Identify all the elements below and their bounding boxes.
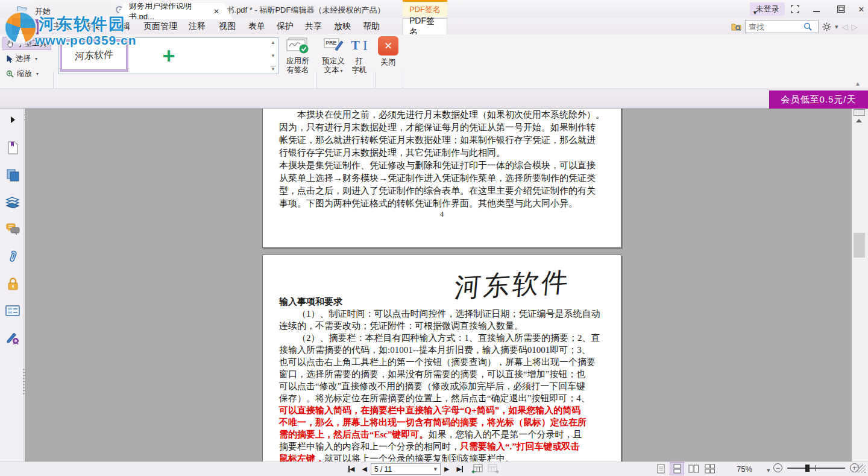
resize-grip[interactable] (857, 465, 866, 473)
tab-form[interactable]: 表单 (242, 18, 271, 34)
scroll-down-icon[interactable]: ▼ (271, 53, 275, 59)
foxit-pdf-editor-window: * ▾ ⹀▾ 财务用户操作说明书.pdf * - 福昕PDF编辑器（未经授权的产… (0, 0, 868, 476)
zoom-slider-thumb[interactable] (805, 465, 810, 472)
restore-window-icon[interactable] (831, 1, 851, 17)
previous-view-icon[interactable] (471, 464, 483, 474)
svg-text:PRE: PRE (326, 40, 337, 46)
tab-start-page[interactable]: 开始 (22, 3, 119, 19)
find-next-icon[interactable]: ▷ (852, 22, 858, 31)
facing-layout-icon[interactable] (687, 463, 700, 475)
collapse-ribbon-icon[interactable]: ▲ (855, 80, 861, 87)
zoom-slider: − + (773, 463, 859, 472)
close-ribbon-button[interactable]: ✕ 关闭 (374, 36, 402, 67)
pdf-page-5[interactable]: 河东软件 输入事项和要求 （1）、制证时间：可以点击时间控件，选择制证日期；凭证… (262, 255, 621, 462)
zoom-slider-track[interactable] (787, 468, 845, 469)
fullscreen-toggle-icon[interactable] (785, 1, 805, 17)
scroll-up-icon[interactable]: ▲ (271, 40, 275, 45)
attachments-panel-icon[interactable] (5, 249, 20, 264)
previous-page-button[interactable]: ◀ (362, 465, 366, 473)
zoom-dropdown-icon[interactable]: ▾ (767, 466, 770, 474)
tab-edit[interactable]: 编辑 (107, 18, 136, 34)
pdf-page-4[interactable]: 本摸块在使用之前，必须先进行月末数据处理（如果初次使用本系统除外）。因为，只有进… (262, 109, 621, 248)
contextual-tab-flag: PDF签名 (403, 0, 447, 17)
file-menu-button[interactable]: 文件 (12, 18, 39, 34)
comments-panel-icon[interactable] (5, 221, 20, 237)
form-fields-panel-icon[interactable] (5, 303, 20, 319)
navigation-sidebar (0, 109, 24, 462)
tab-comment[interactable]: 注释 (183, 18, 212, 34)
last-page-button[interactable]: ▶ (456, 465, 462, 473)
find-previous-icon[interactable]: ◁ (842, 22, 848, 31)
chevron-down-icon: ▾ (36, 71, 39, 77)
tab-list-dropdown-icon[interactable]: ▼ (752, 10, 758, 16)
tab-protect[interactable]: 保护 (271, 18, 300, 34)
tab-convert[interactable]: 转换 (77, 18, 106, 34)
apply-all-signatures-button[interactable]: 应用所有签名 (282, 36, 313, 75)
search-folder-icon[interactable] (731, 22, 741, 31)
chevron-down-icon: ▾ (340, 68, 342, 74)
tab-present[interactable]: 放映 (328, 18, 357, 34)
document-tab-bar (0, 89, 868, 109)
zoom-level-value[interactable]: 75% (731, 465, 758, 474)
zoom-tool-button[interactable]: 缩放▾ (2, 67, 42, 80)
signatures-panel-icon[interactable] (5, 330, 20, 346)
tab-pdf-sign-active[interactable]: PDF签名 (403, 18, 447, 34)
page-number-input[interactable] (374, 465, 429, 474)
tab-share[interactable]: 共享 (299, 18, 328, 34)
search-input-wrap (745, 20, 819, 33)
scrollbar-thumb[interactable] (854, 233, 865, 258)
layers-panel-icon[interactable] (5, 194, 20, 210)
handwritten-signature[interactable]: 河东软件 (453, 264, 572, 306)
hand-icon (7, 40, 14, 48)
page-layout-buttons (654, 463, 716, 475)
search-icon[interactable] (804, 22, 813, 31)
tab-home[interactable]: 主页 (47, 18, 76, 34)
page-navigation: ◀ ◀ ▾ ▶ ▶ (345, 463, 499, 475)
expand-panel-icon[interactable] (5, 112, 20, 127)
find-bar: ▾ ◁ ▷ (731, 20, 858, 33)
hand-tool-button[interactable]: 手型工具 (2, 37, 51, 50)
scroll-up-arrow-icon[interactable] (856, 119, 862, 122)
page-dropdown-icon[interactable]: ▾ (433, 465, 437, 473)
gear-dropdown-icon[interactable]: ▾ (835, 23, 838, 31)
select-tool-button[interactable]: 选择▾ (2, 52, 41, 65)
signature-list: 河东软件 + ▲ ▼ ▼ (58, 37, 278, 74)
close-tab-icon[interactable]: ✕ (213, 7, 219, 16)
pages-panel-icon[interactable] (5, 167, 20, 183)
minimize-icon[interactable] (807, 1, 827, 17)
page5-heading: 输入事项和要求 (279, 296, 342, 308)
close-x-icon: ✕ (378, 36, 398, 56)
first-page-button[interactable]: ◀ (348, 465, 354, 473)
tab-view[interactable]: 视图 (213, 18, 242, 34)
document-canvas[interactable]: 本摸块在使用之前，必须先进行月末数据处理（如果初次使用本系统除外）。因为，只有进… (25, 109, 852, 462)
vertical-scrollbar[interactable] (852, 109, 866, 462)
continuous-facing-layout-icon[interactable] (703, 463, 716, 475)
tab-help[interactable]: 帮助 (357, 18, 386, 34)
close-window-icon[interactable]: ✕ (851, 1, 868, 17)
scroll-more-icon[interactable]: ▼ (271, 66, 275, 72)
continuous-layout-icon[interactable] (670, 463, 684, 475)
chevron-down-icon: ▾ (35, 56, 37, 62)
page4-text: 本摸块在使用之前，必须先进行月末数据处理（如果初次使用本系统除外）。因为，只有进… (279, 109, 606, 210)
single-page-layout-icon[interactable] (654, 463, 667, 475)
bookmarks-panel-icon[interactable] (5, 140, 20, 156)
apply-signature-icon (286, 36, 309, 54)
signature-item-selected[interactable]: 河东软件 (60, 39, 128, 72)
next-view-icon[interactable] (488, 464, 499, 474)
member-promo-banner[interactable]: 会员低至0.5元/天 (769, 90, 868, 109)
signature-list-scroll: ▲ ▼ ▼ (269, 39, 277, 73)
tab-current-document[interactable]: 财务用户操作说明书.pd... ✕ (116, 3, 233, 19)
zoom-out-icon[interactable]: − (773, 463, 782, 472)
add-signature-button[interactable]: + (155, 43, 183, 69)
typewriter-button[interactable]: TI 打字机 (347, 36, 371, 75)
split-view-handle[interactable] (854, 109, 865, 116)
find-options-gear-icon[interactable] (822, 22, 831, 31)
predefined-text-icon: PRE (323, 36, 344, 54)
signature-thumbnail-text: 河东软件 (74, 48, 114, 63)
tab-page-manage[interactable]: 页面管理 (137, 18, 183, 34)
next-page-button[interactable]: ▶ (444, 465, 449, 473)
predefined-text-button[interactable]: PRE 预定义文本▾ (320, 36, 347, 75)
search-input[interactable] (746, 21, 804, 32)
security-panel-icon[interactable] (5, 276, 20, 291)
zoom-magnifier-icon (6, 70, 14, 78)
